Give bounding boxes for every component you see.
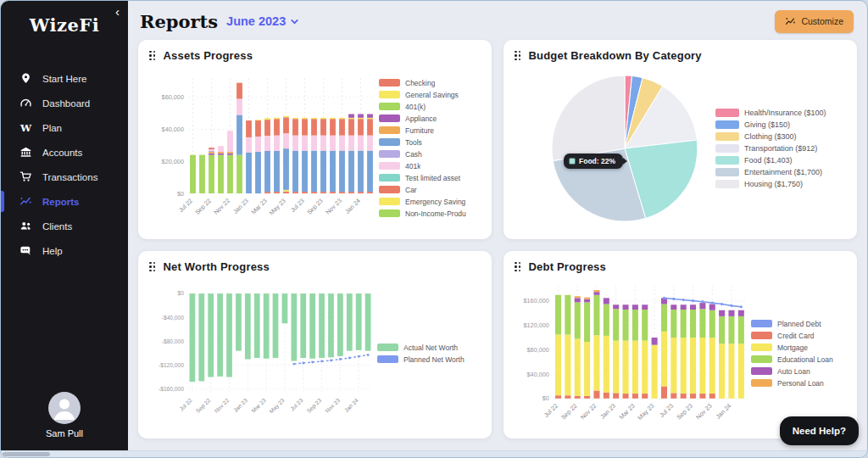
sidebar-item-accounts[interactable]: Accounts: [1, 140, 128, 165]
bar-segment: [632, 340, 638, 393]
bar-segment: [652, 338, 658, 345]
scrollbar-thumb[interactable]: [3, 452, 50, 456]
bar-segment: [302, 117, 308, 118]
sidebar-item-clients[interactable]: Clients: [1, 214, 128, 238]
legend-item: Clothing ($300): [715, 132, 843, 141]
drag-handle-icon[interactable]: [515, 51, 521, 61]
bar-segment: [575, 338, 581, 395]
period-label: June 2023: [226, 14, 286, 28]
bar-segment: [604, 304, 609, 335]
customize-button[interactable]: Customize: [775, 10, 854, 33]
avatar[interactable]: [48, 392, 81, 424]
bar-segment: [255, 120, 261, 120]
debt-progress-chart: $0$40,000$80,000$120,000$160,000Jul 22Se…: [515, 276, 751, 431]
legend-item: Furniture: [379, 126, 481, 135]
svg-text:May 23: May 23: [267, 197, 287, 216]
legend-swatch: [715, 132, 739, 141]
bar-segment: [209, 154, 214, 193]
bar-segment: [218, 153, 224, 154]
legend-label: 401(k): [405, 103, 426, 111]
gauge-icon: [19, 97, 32, 109]
main-content: Reports June 2023 Customize Assets Pro: [128, 1, 867, 450]
bar-segment: [226, 293, 232, 377]
legend-label: Planned Net Worth: [403, 355, 465, 364]
legend-item: Health/Insurance ($100): [715, 109, 843, 117]
bar-segment: [311, 135, 317, 150]
bar-segment: [292, 192, 298, 193]
bar-segment: [358, 135, 364, 150]
bar-segment: [642, 310, 648, 341]
bar-segment: [218, 151, 224, 153]
sidebar-item-start-here[interactable]: Start Here: [1, 66, 128, 91]
bar-segment: [291, 293, 297, 360]
sidebar-item-dashboard[interactable]: Dashboard: [1, 91, 128, 115]
legend-item: Emergency Saving: [379, 198, 481, 206]
bar-segment: [632, 310, 638, 341]
legend-swatch: [379, 209, 400, 217]
horizontal-scrollbar[interactable]: [1, 450, 867, 457]
legend-swatch: [751, 320, 772, 327]
sidebar-item-label: Transactions: [42, 172, 97, 182]
bar-segment: [709, 338, 715, 394]
legend-item: Non-Income-Produ: [379, 209, 481, 218]
bars: [190, 293, 371, 382]
svg-text:$0: $0: [542, 394, 549, 402]
bar-segment: [623, 394, 629, 399]
net-worth-legend: Actual Net WorthPlanned Net Worth: [377, 344, 481, 364]
legend-label: Cash: [405, 150, 422, 159]
bar-segment: [330, 150, 336, 192]
cards-grid: Assets Progress $0$20,000$40,000$60,000J…: [138, 40, 857, 438]
chart-debt-svg: $0$40,000$80,000$120,000$160,000Jul 22Se…: [515, 276, 751, 431]
sidebar-item-help[interactable]: Help: [1, 238, 128, 263]
legend-swatch: [751, 344, 772, 351]
bar-segment: [320, 119, 326, 135]
legend-label: 401k: [405, 162, 420, 170]
bar-segment: [728, 316, 734, 343]
bar-segment: [330, 135, 336, 150]
legend-item: Test limited asset: [379, 174, 481, 182]
period-selector[interactable]: June 2023: [226, 14, 299, 28]
bars: [190, 82, 373, 193]
bar-segment: [575, 298, 581, 302]
bar-segment: [699, 338, 705, 394]
legend-label: Mortgage: [777, 344, 808, 352]
assets-progress-chart: $0$20,000$40,000$60,000Jul 22Sep 22Nov 2…: [149, 71, 379, 226]
legend-label: Credit Card: [777, 332, 814, 340]
card-debt-progress: Debt Progress $0$40,000$80,000$120,000$1…: [504, 251, 857, 438]
svg-text:$120,000: $120,000: [524, 321, 549, 329]
sidebar-item-label: Dashboard: [42, 98, 90, 109]
svg-text:Jan 23: Jan 23: [232, 396, 248, 412]
net-worth-chart: $0-$40,000-$80,000-$120,000-$160,000Jul …: [149, 279, 377, 428]
sidebar-item-transactions[interactable]: Transactions: [1, 165, 128, 189]
bar-segment: [302, 150, 308, 192]
bar-segment: [339, 119, 345, 135]
legend-swatch: [379, 162, 400, 170]
svg-text:Jan 23: Jan 23: [598, 401, 617, 420]
bar-segment: [555, 334, 561, 395]
sidebar-item-reports[interactable]: Reports: [1, 189, 128, 214]
sidebar-collapse-button[interactable]: ‹: [115, 5, 120, 18]
drag-handle-icon[interactable]: [515, 262, 521, 272]
bar-segment: [593, 290, 599, 292]
bar-segment: [218, 146, 224, 152]
sidebar: ‹ WizeFi Start HereDashboardWPlanAccount…: [1, 1, 128, 450]
svg-text:$0: $0: [178, 290, 185, 296]
bar-segment: [255, 120, 261, 137]
bar-segment: [555, 395, 561, 399]
bar-segment: [198, 293, 204, 381]
bar-segment: [320, 192, 326, 193]
svg-text:Nov 23: Nov 23: [324, 197, 343, 216]
budget-pie-svg: [550, 74, 699, 223]
bar-segment: [319, 293, 325, 358]
sidebar-item-plan[interactable]: WPlan: [1, 115, 128, 140]
svg-text:$60,000: $60,000: [161, 93, 183, 101]
legend-label: Non-Income-Produ: [405, 209, 466, 218]
bar-segment: [613, 304, 619, 309]
need-help-button[interactable]: Need Help?: [780, 416, 859, 445]
drag-handle-icon[interactable]: [149, 51, 156, 61]
drag-handle-icon[interactable]: [149, 262, 156, 272]
svg-text:Nov 22: Nov 22: [579, 401, 598, 421]
bar-segment: [661, 331, 667, 386]
legend-swatch: [377, 344, 398, 351]
bar-segment: [709, 304, 715, 310]
